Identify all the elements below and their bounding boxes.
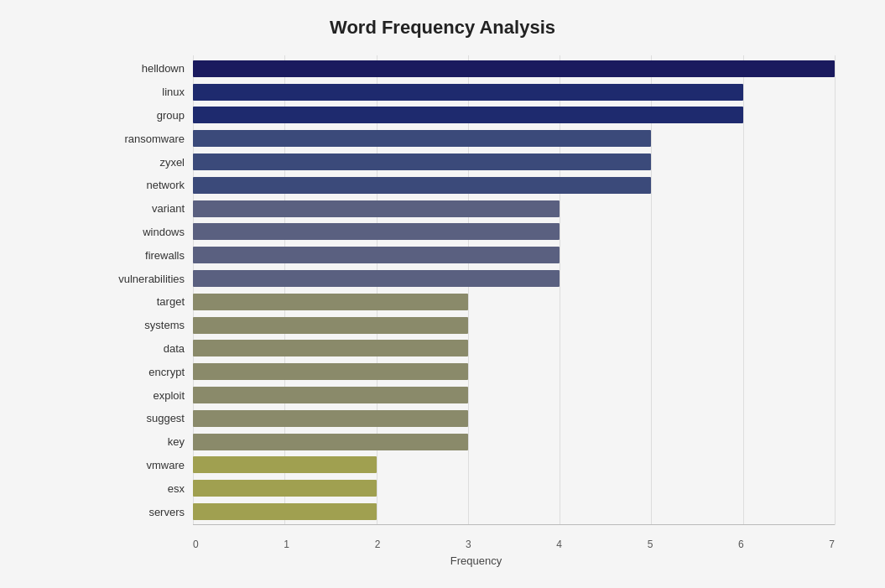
bar-label: network [101,175,193,195]
bar-fill [193,60,835,77]
bar-fill [193,363,468,380]
bar-fill [193,294,468,310]
bar-fill [193,317,468,334]
bar-fill [193,434,468,450]
bar-fill [193,456,377,473]
bar-row [193,502,835,522]
x-tick: 7 [829,539,835,550]
bar-fill [193,480,377,497]
bar-row [193,199,835,219]
x-tick: 5 [648,539,653,550]
bar-label: exploit [101,385,193,405]
bar-label: windows [101,221,193,242]
bar-label: data [101,338,193,358]
x-tick: 4 [556,539,562,550]
bar-row [193,478,835,498]
bar-label: vulnerabilities [101,268,193,289]
bar-fill [193,387,468,403]
bar-label: encrypt [101,362,193,382]
bar-label: suggest [101,408,193,429]
bar-row [193,292,835,312]
bar-row [193,315,835,336]
bar-fill [193,84,743,101]
bar-fill [193,503,377,520]
bar-row [193,105,835,125]
chart-title: Word Frequency Analysis [34,17,851,39]
bar-label: zyxel [101,152,193,172]
bar-row [193,82,835,102]
chart-container: Word Frequency Analysis helldownlinuxgro… [0,0,885,588]
bar-label: vmware [101,455,193,475]
bar-label: ransomware [101,128,193,148]
bar-row [193,59,835,79]
bar-label: esx [101,478,193,498]
bar-fill [193,154,651,170]
bar-row [193,128,835,148]
bar-label: linux [101,82,193,102]
bar-fill [193,340,468,356]
bar-label: firewalls [101,245,193,265]
bar-fill [193,410,468,427]
x-axis-label: Frequency [101,554,851,567]
bar-label: variant [101,199,193,219]
bar-label: key [101,432,193,452]
x-tick: 2 [375,539,381,550]
x-tick: 1 [284,539,289,550]
bar-row [193,245,835,265]
bar-label: systems [101,315,193,336]
x-tick: 6 [738,539,744,550]
bar-row [193,152,835,172]
bar-row [193,432,835,452]
bar-fill [193,177,651,194]
bar-label: target [101,292,193,312]
bar-fill [193,270,560,287]
bar-fill [193,130,651,147]
bar-row [193,221,835,242]
bar-label: helldown [101,59,193,79]
bar-row [193,268,835,289]
x-tick: 0 [193,539,199,550]
bar-label: servers [101,502,193,522]
bar-row [193,385,835,405]
bar-fill [193,223,560,240]
bar-label: group [101,105,193,125]
bar-row [193,455,835,475]
bar-fill [193,247,560,263]
x-tick: 3 [466,539,471,550]
bar-row [193,362,835,382]
bar-row [193,408,835,429]
bar-fill [193,200,560,217]
bar-fill [193,107,743,123]
bar-row [193,175,835,195]
bar-row [193,338,835,358]
